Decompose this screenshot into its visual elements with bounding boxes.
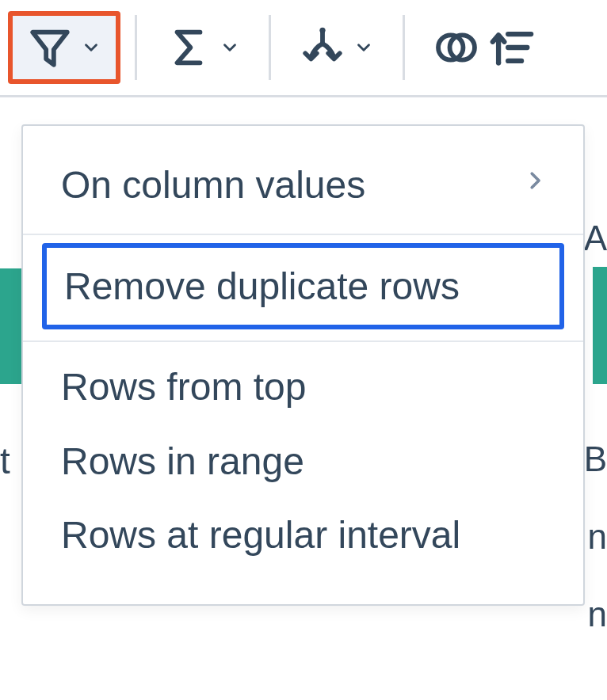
menu-item-label: On column values xyxy=(61,162,365,208)
filter-dropdown-button[interactable] xyxy=(8,11,120,84)
menu-item-label: Rows in range xyxy=(61,439,304,485)
menu-item-remove-duplicate-rows[interactable]: Remove duplicate rows xyxy=(42,243,564,330)
menu-item-rows-in-range[interactable]: Rows in range xyxy=(23,424,583,499)
bg-text: n xyxy=(588,517,607,557)
menu-item-label: Remove duplicate rows xyxy=(64,264,460,310)
bg-decoration xyxy=(593,267,607,384)
menu-item-label: Rows from top xyxy=(61,364,306,410)
menu-group: Rows from top Rows in range Rows at regu… xyxy=(23,350,583,573)
split-icon xyxy=(300,25,345,70)
toolbar-divider xyxy=(135,15,137,80)
sigma-icon xyxy=(166,25,212,70)
toolbar xyxy=(0,0,607,97)
chevron-down-icon xyxy=(81,37,101,58)
toolbar-divider xyxy=(269,15,271,80)
sort-button[interactable] xyxy=(484,11,549,84)
chevron-down-icon xyxy=(353,37,374,58)
svg-point-0 xyxy=(319,28,325,33)
menu-item-label: Rows at regular interval xyxy=(61,512,460,558)
funnel-icon xyxy=(27,25,73,70)
join-icon xyxy=(433,25,479,70)
chevron-down-icon xyxy=(220,37,240,58)
svg-point-6 xyxy=(496,60,501,65)
menu-separator xyxy=(23,234,583,235)
filter-dropdown-menu: On column values Remove duplicate rows R… xyxy=(21,124,585,606)
aggregate-dropdown-button[interactable] xyxy=(151,11,254,84)
bg-text: B xyxy=(584,439,607,479)
bg-text: A xyxy=(584,219,607,258)
split-dropdown-button[interactable] xyxy=(285,11,388,84)
sort-icon xyxy=(489,25,535,70)
join-button[interactable] xyxy=(419,11,484,84)
chevron-right-icon xyxy=(523,162,547,208)
menu-item-rows-at-regular-interval[interactable]: Rows at regular interval xyxy=(23,498,583,573)
bg-text: n xyxy=(588,595,607,634)
toolbar-divider xyxy=(403,15,405,80)
menu-item-on-column-values[interactable]: On column values xyxy=(23,142,583,229)
menu-item-rows-from-top[interactable]: Rows from top xyxy=(23,350,583,424)
menu-separator xyxy=(23,340,583,342)
